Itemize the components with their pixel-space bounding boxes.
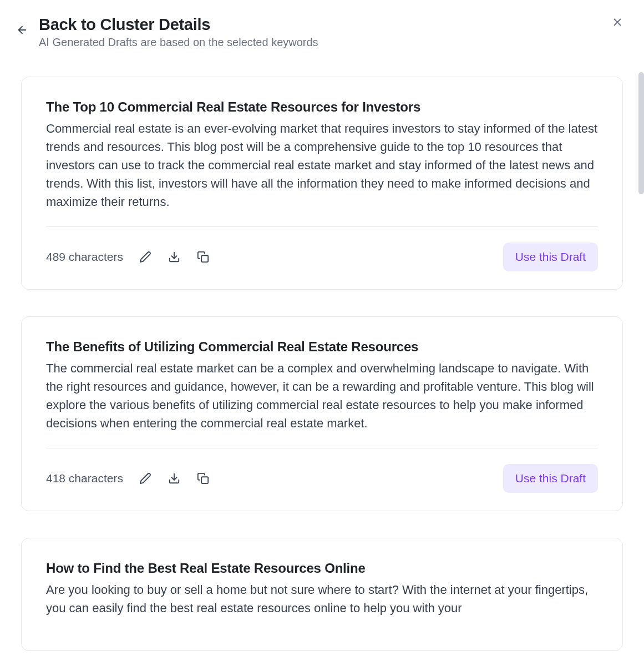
page-header: Back to Cluster Details AI Generated Dra… <box>0 0 644 54</box>
draft-footer-left: 418 characters <box>46 472 210 485</box>
close-icon <box>611 16 623 28</box>
draft-card: The Benefits of Utilizing Commercial Rea… <box>21 316 623 511</box>
use-draft-button[interactable]: Use this Draft <box>503 464 598 493</box>
header-text-block: Back to Cluster Details AI Generated Dra… <box>39 16 628 49</box>
draft-footer-left: 489 characters <box>46 250 210 264</box>
draft-footer: 418 characters <box>46 464 598 493</box>
character-count: 418 characters <box>46 472 123 485</box>
page-title: Back to Cluster Details <box>39 16 628 34</box>
copy-icon <box>197 472 209 485</box>
draft-footer: 489 characters <box>46 243 598 271</box>
scrollbar[interactable] <box>638 72 644 194</box>
edit-icon <box>139 472 151 485</box>
draft-title: The Top 10 Commercial Real Estate Resour… <box>46 99 598 115</box>
close-button[interactable] <box>608 13 626 31</box>
edit-button[interactable] <box>139 250 152 264</box>
page-subtitle: AI Generated Drafts are based on the sel… <box>39 36 628 49</box>
edit-button[interactable] <box>139 472 152 485</box>
download-button[interactable] <box>168 250 181 264</box>
divider <box>46 226 598 227</box>
back-arrow-button[interactable] <box>16 23 29 37</box>
svg-rect-6 <box>201 477 208 483</box>
arrow-left-icon <box>16 24 28 36</box>
divider <box>46 448 598 448</box>
drafts-list: The Top 10 Commercial Real Estate Resour… <box>0 54 644 654</box>
draft-body: Are you looking to buy or sell a home bu… <box>46 581 598 617</box>
download-icon <box>168 472 180 485</box>
edit-icon <box>139 251 151 263</box>
copy-icon <box>197 251 209 263</box>
copy-button[interactable] <box>196 472 210 485</box>
draft-title: How to Find the Best Real Estate Resourc… <box>46 561 598 576</box>
draft-body: Commercial real estate is an ever-evolvi… <box>46 119 598 211</box>
character-count: 489 characters <box>46 250 123 264</box>
svg-rect-4 <box>201 255 208 262</box>
draft-card: How to Find the Best Real Estate Resourc… <box>21 538 623 651</box>
download-button[interactable] <box>168 472 181 485</box>
draft-body: The commercial real estate market can be… <box>46 359 598 432</box>
download-icon <box>168 251 180 263</box>
use-draft-button[interactable]: Use this Draft <box>503 243 598 271</box>
draft-card: The Top 10 Commercial Real Estate Resour… <box>21 77 623 290</box>
draft-title: The Benefits of Utilizing Commercial Rea… <box>46 339 598 355</box>
copy-button[interactable] <box>196 250 210 264</box>
